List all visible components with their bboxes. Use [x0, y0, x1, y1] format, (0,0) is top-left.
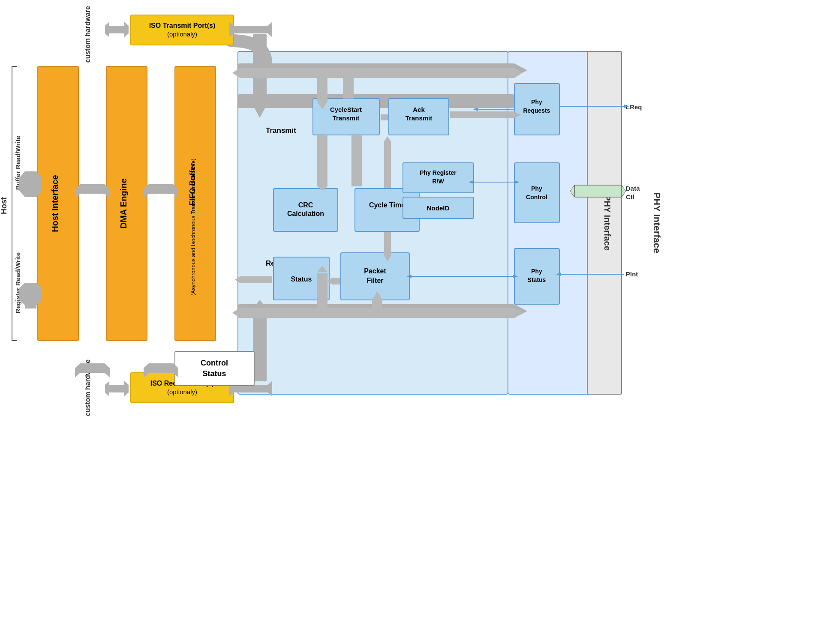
svg-text:Phy: Phy: [531, 99, 542, 105]
svg-text:Packet: Packet: [364, 267, 386, 275]
svg-rect-128: [240, 276, 272, 283]
svg-rect-140: [384, 141, 391, 188]
svg-text:Transmit: Transmit: [266, 126, 296, 135]
svg-rect-57: [175, 351, 254, 386]
svg-rect-10: [253, 309, 267, 381]
svg-text:R/W: R/W: [432, 178, 444, 185]
svg-text:Ctl: Ctl: [626, 193, 634, 201]
svg-marker-61: [75, 363, 80, 377]
svg-rect-40: [25, 171, 36, 197]
svg-text:ISO Transmit Port(s): ISO Transmit Port(s): [149, 22, 216, 29]
svg-text:Phy: Phy: [531, 268, 542, 275]
svg-rect-130: [332, 278, 340, 285]
svg-text:Status: Status: [202, 369, 226, 378]
svg-text:Cycle Time: Cycle Time: [369, 201, 405, 209]
svg-text:Control: Control: [526, 194, 547, 201]
svg-rect-144: [450, 111, 514, 118]
svg-rect-46: [149, 184, 173, 194]
svg-rect-63: [149, 363, 173, 373]
svg-marker-20: [268, 22, 272, 37]
svg-text:Ack: Ack: [413, 106, 425, 113]
svg-rect-111: [240, 68, 514, 78]
svg-rect-19: [234, 26, 268, 33]
diagram-container: PHY Interface ISO Transmit Port(s) (opti…: [0, 0, 823, 644]
svg-text:(optionaly): (optionaly): [167, 30, 197, 38]
svg-rect-105: [574, 185, 622, 197]
svg-rect-142: [384, 232, 391, 256]
svg-text:DMA Engine: DMA Engine: [119, 178, 128, 228]
svg-rect-125: [372, 300, 382, 309]
svg-rect-12: [131, 15, 234, 45]
svg-text:CRC: CRC: [298, 201, 313, 209]
svg-rect-146: [343, 77, 354, 99]
svg-text:Status: Status: [291, 276, 312, 283]
svg-marker-107: [622, 185, 626, 197]
svg-text:Calculation: Calculation: [287, 210, 324, 217]
svg-text:Status: Status: [528, 276, 546, 283]
svg-rect-118: [351, 135, 362, 186]
svg-text:(optionaly): (optionaly): [167, 388, 197, 395]
svg-text:Phy Register: Phy Register: [420, 169, 457, 176]
svg-text:custom hardware: custom hardware: [84, 6, 91, 63]
svg-rect-60: [80, 363, 105, 373]
svg-rect-86: [341, 253, 409, 300]
svg-text:Data: Data: [626, 185, 640, 192]
svg-marker-62: [105, 363, 110, 377]
diagram-svg: PHY Interface ISO Transmit Port(s) (opti…: [0, 0, 823, 644]
svg-text:PHY Interface: PHY Interface: [652, 192, 662, 254]
svg-text:Transmit: Transmit: [333, 114, 360, 122]
svg-marker-122: [232, 308, 240, 318]
svg-text:Control: Control: [201, 359, 228, 367]
svg-text:PHY Interface: PHY Interface: [603, 195, 612, 251]
svg-text:Requests: Requests: [523, 107, 550, 114]
svg-text:Host: Host: [0, 197, 8, 214]
svg-marker-18: [124, 22, 129, 37]
svg-text:NodeID: NodeID: [427, 204, 450, 212]
svg-marker-113: [232, 68, 240, 78]
svg-text:PInt: PInt: [626, 270, 638, 278]
svg-rect-50: [25, 283, 36, 309]
svg-text:Register Read/Write: Register Read/Write: [14, 252, 21, 313]
svg-rect-119: [381, 114, 388, 120]
svg-rect-116: [317, 135, 327, 186]
svg-rect-43: [80, 184, 105, 194]
svg-text:(Asynchronous and Isochronous : (Asynchronous and Isochronous Transmit a…: [190, 159, 196, 296]
svg-marker-28: [124, 381, 129, 396]
svg-marker-17: [105, 22, 109, 37]
svg-marker-27: [105, 381, 109, 396]
svg-text:Phy: Phy: [531, 185, 542, 192]
svg-rect-92: [514, 163, 559, 223]
svg-rect-123: [317, 273, 327, 308]
svg-text:LReq: LReq: [626, 103, 642, 111]
svg-text:Host Interface: Host Interface: [50, 175, 60, 232]
svg-rect-114: [317, 78, 327, 102]
svg-text:Filter: Filter: [366, 277, 383, 284]
svg-text:Transmit: Transmit: [405, 114, 433, 122]
svg-text:CycleStart: CycleStart: [330, 106, 362, 113]
